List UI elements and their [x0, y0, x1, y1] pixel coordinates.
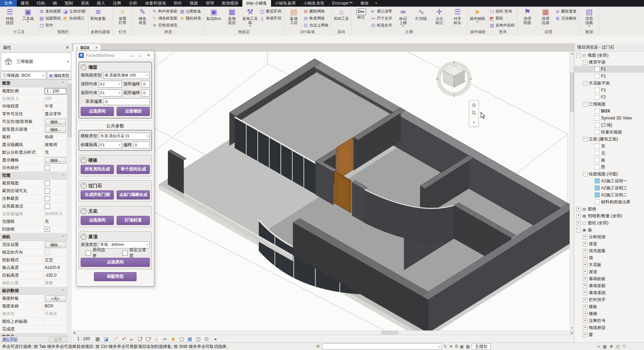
- expand-icon[interactable]: −: [576, 228, 581, 232]
- property-value[interactable]: 编辑...: [44, 126, 67, 133]
- floor-type-select[interactable]: 吊顶 原始天花 01∨: [99, 133, 150, 140]
- filter-icon[interactable]: ▼: [449, 344, 453, 349]
- show-crop-region-icon[interactable]: ▢✕: [145, 335, 151, 342]
- collapse-section-icon[interactable]: ⌃: [81, 234, 87, 240]
- room-tools-button[interactable]: ⌂房间工具: [332, 7, 350, 21]
- expand-icon[interactable]: +: [576, 221, 581, 225]
- decal-box-button[interactable]: ▣贴花Box: [205, 7, 222, 21]
- top-constraint-select[interactable]: F2∨: [99, 81, 122, 88]
- show-analytical-model-icon[interactable]: ▦: [187, 335, 193, 342]
- property-value[interactable]: 中等: [44, 103, 67, 110]
- tree-item[interactable]: −天花板平面: [574, 80, 644, 87]
- parts-button[interactable]: ◳部件: [39, 22, 62, 29]
- tree-item[interactable]: +▦明细表/数量 (全部): [574, 212, 644, 219]
- pick-room-button[interactable]: 点选房间: [81, 107, 114, 116]
- tree-item[interactable]: A2施工说明二: [574, 191, 644, 198]
- create-level-select[interactable]: F1∨: [99, 141, 122, 148]
- property-value[interactable]: [44, 318, 67, 325]
- tree-item[interactable]: 东: [574, 143, 644, 150]
- room-boundary-checkbox[interactable]: [86, 250, 91, 256]
- tag-move-up-button[interactable]: ab标记 上移▾: [394, 7, 412, 27]
- menu-tab[interactable]: 插入: [93, 0, 109, 7]
- expand-icon[interactable]: −: [583, 60, 587, 65]
- collapse-icon[interactable]: ⌃: [62, 233, 67, 241]
- tree-item[interactable]: −楼层平面: [574, 59, 644, 66]
- area-query-button[interactable]: ◻面积 查询: [489, 8, 516, 15]
- dimension-button[interactable]: Dim标注: [352, 7, 370, 19]
- delete-grid-button[interactable]: ⊞删除网格: [303, 8, 330, 15]
- select-by-face-icon[interactable]: ◰: [616, 344, 620, 349]
- roof-pick-room-button[interactable]: 点选房间: [81, 258, 150, 267]
- property-value[interactable]: 正交: [44, 256, 67, 264]
- navigation-options-icon[interactable]: ▾: [470, 118, 478, 126]
- expand-icon[interactable]: −: [583, 102, 587, 107]
- tree-item[interactable]: +栏杆扶手: [574, 296, 644, 303]
- crop-view-icon[interactable]: ❑✕: [137, 335, 143, 342]
- info-mount-button[interactable]: ▤信息 挂载▾: [580, 7, 598, 27]
- tree-item[interactable]: −立面 (建筑立面): [574, 136, 644, 143]
- generate-all-openings-button[interactable]: 生成所有门洞: [81, 190, 114, 199]
- design-option-select[interactable]: 主模型: [472, 343, 491, 350]
- empty-material-fill-button[interactable]: ❖空材质填充: [152, 22, 179, 29]
- menu-tab[interactable]: 注释: [109, 0, 125, 7]
- checkbox[interactable]: [45, 250, 50, 255]
- ceiling-pick-room-button[interactable]: 点选房间: [81, 216, 114, 225]
- property-value[interactable]: [44, 203, 67, 210]
- edit-button[interactable]: 编辑...: [45, 119, 66, 125]
- temporary-view-properties-icon[interactable]: ▢: [178, 335, 185, 342]
- expand-icon[interactable]: +: [583, 284, 587, 288]
- tree-item[interactable]: +分析链接: [574, 233, 644, 240]
- tree-item[interactable]: +填充图案: [574, 247, 644, 254]
- active-option-icon[interactable]: ▦: [466, 344, 470, 349]
- expand-icon[interactable]: +: [583, 263, 587, 267]
- tree-item[interactable]: −◰视图 (全部): [574, 52, 644, 59]
- delete-duplicates-button[interactable]: ⊘删除重复: [555, 8, 578, 15]
- select-underlay-icon[interactable]: ▩: [603, 344, 607, 349]
- menu-tab[interactable]: 系统: [77, 0, 93, 7]
- maximize-button[interactable]: □: [137, 53, 143, 58]
- property-value[interactable]: [44, 195, 67, 202]
- property-value[interactable]: [44, 164, 67, 172]
- align-tag-head-button[interactable]: ☰对齐 标头: [449, 7, 466, 25]
- tree-item[interactable]: +楼梯: [574, 310, 644, 317]
- menu-tab[interactable]: 管理: [202, 0, 218, 7]
- property-value[interactable]: 协调: [44, 133, 67, 141]
- menu-tab[interactable]: 分析: [125, 0, 141, 7]
- navigation-wheel-button[interactable]: ◎: [470, 101, 478, 109]
- file-menu-button[interactable]: 文件: [0, 0, 17, 7]
- property-value[interactable]: -192.0: [44, 272, 67, 279]
- properties-scrollbar[interactable]: [67, 80, 72, 336]
- design-options-icon[interactable]: ▣: [460, 344, 463, 349]
- place-light-strip-button[interactable]: ✧放置 灯带: [114, 7, 131, 25]
- tree-item[interactable]: −三维视图: [574, 101, 644, 108]
- property-value[interactable]: 100: [44, 95, 67, 102]
- property-value[interactable]: 1 : 100: [44, 87, 67, 95]
- expand-icon[interactable]: +: [583, 256, 587, 260]
- dimension-merge-button[interactable]: ↦尺寸合并: [371, 15, 394, 22]
- menu-tab[interactable]: 附加模块: [218, 0, 242, 7]
- free-viewport-button[interactable]: ◩自由视口: [63, 15, 87, 22]
- tree-item[interactable]: F1: [574, 87, 644, 94]
- tree-item[interactable]: 材料构造做法表: [574, 198, 644, 205]
- tree-item[interactable]: +屋顶: [574, 268, 644, 275]
- top-offset-input[interactable]: 0: [141, 81, 150, 88]
- expand-icon[interactable]: +: [583, 277, 587, 281]
- tree-item[interactable]: +幕墙系统: [574, 289, 644, 296]
- highlight-displacement-sets-icon[interactable]: ◫: [195, 335, 202, 342]
- tree-item[interactable]: F2: [574, 73, 644, 80]
- bottom-constraint-select[interactable]: F1∨: [99, 89, 122, 96]
- point-annotation-button[interactable]: ✛点位 标注: [431, 7, 448, 25]
- editable-only-icon[interactable]: ✎: [444, 344, 447, 349]
- property-value[interactable]: 无: [44, 149, 67, 156]
- checkbox[interactable]: [45, 181, 50, 186]
- tree-item[interactable]: +楼板: [574, 303, 644, 310]
- expand-icon[interactable]: +: [576, 207, 581, 211]
- tree-item[interactable]: +▢图纸 (全部): [574, 219, 644, 226]
- apply-button[interactable]: 应用: [49, 337, 67, 342]
- offset-input[interactable]: 0: [133, 141, 150, 148]
- property-value[interactable]: [44, 187, 67, 195]
- loss-button[interactable]: ◩损耗: [489, 15, 516, 22]
- select-pinned-icon[interactable]: ✚: [609, 344, 613, 349]
- curtain-wall-workshop-button[interactable]: ▤幕墙 工坊: [285, 7, 302, 25]
- edit-button[interactable]: 编辑...: [45, 157, 66, 163]
